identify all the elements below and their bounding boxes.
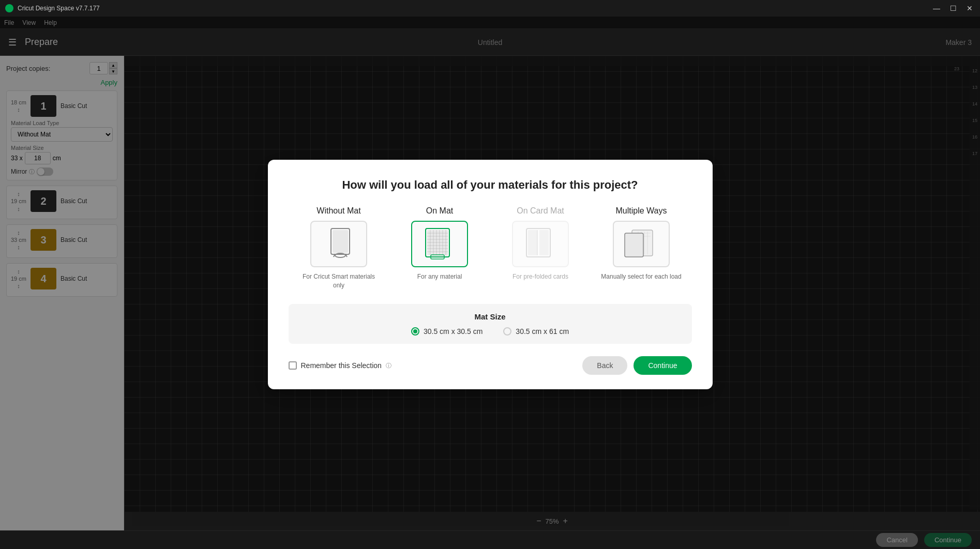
mat-size-option-1[interactable]: 30.5 cm x 30.5 cm xyxy=(411,327,483,335)
mat-size-label-1: 30.5 cm x 30.5 cm xyxy=(424,327,483,335)
modal-option-on-card-mat[interactable]: On Card Mat For pre-folded cards xyxy=(499,206,582,290)
radio-1[interactable] xyxy=(411,327,419,335)
on-mat-label: On Mat xyxy=(426,206,453,216)
on-card-mat-desc: For pre-folded cards xyxy=(512,272,568,281)
svg-rect-23 xyxy=(539,230,549,255)
titlebar-logo: Cricut Design Space v7.7.177 xyxy=(5,4,100,12)
titlebar-title: Cricut Design Space v7.7.177 xyxy=(18,5,100,12)
radio-2[interactable] xyxy=(503,327,511,335)
without-mat-desc: For Cricut Smart materials only xyxy=(297,272,380,290)
modal-footer: Remember this Selection ⓘ Back Continue xyxy=(289,356,692,375)
multiple-ways-image[interactable] xyxy=(613,221,670,267)
on-card-mat-label: On Card Mat xyxy=(517,206,564,216)
multiple-ways-desc: Manually select for each load xyxy=(601,272,681,281)
without-mat-label: Without Mat xyxy=(316,206,360,216)
titlebar: Cricut Design Space v7.7.177 — ☐ ✕ xyxy=(0,0,980,17)
window-controls: — ☐ ✕ xyxy=(931,4,975,12)
remember-info-icon: ⓘ xyxy=(386,362,391,370)
without-mat-svg xyxy=(323,226,354,262)
mat-size-option-2[interactable]: 30.5 cm x 61 cm xyxy=(503,327,569,335)
on-card-mat-svg xyxy=(522,226,559,262)
multiple-ways-svg xyxy=(621,226,662,262)
remember-label: Remember this Selection xyxy=(301,361,382,370)
app-icon xyxy=(5,4,13,12)
multiple-ways-label: Multiple Ways xyxy=(616,206,667,216)
on-mat-desc: For any material xyxy=(417,272,462,281)
minimize-button[interactable]: — xyxy=(931,4,942,12)
on-mat-svg xyxy=(421,226,458,262)
remember-section: Remember this Selection ⓘ xyxy=(289,361,391,370)
mat-size-options: 30.5 cm x 30.5 cm 30.5 cm x 61 cm xyxy=(301,327,680,335)
radio-inner-1 xyxy=(413,329,417,333)
modal-option-multiple-ways[interactable]: Multiple Ways xyxy=(600,206,683,290)
mat-size-title: Mat Size xyxy=(301,312,680,321)
svg-rect-22 xyxy=(528,230,537,255)
on-mat-image[interactable] xyxy=(411,221,468,267)
mat-size-section: Mat Size 30.5 cm x 30.5 cm 30.5 cm x 61 … xyxy=(289,304,692,344)
close-button[interactable]: ✕ xyxy=(964,4,975,12)
continue-button[interactable]: Continue xyxy=(634,356,691,375)
mat-size-label-2: 30.5 cm x 61 cm xyxy=(516,327,569,335)
without-mat-image[interactable] xyxy=(310,221,367,267)
back-button[interactable]: Back xyxy=(582,356,627,375)
modal-title: How will you load all of your materials … xyxy=(289,178,692,192)
svg-rect-1 xyxy=(333,230,348,253)
modal-option-without-mat[interactable]: Without Mat For Cricut Smart materials o… xyxy=(297,206,380,290)
modal-overlay: How will you load all of your materials … xyxy=(0,0,980,549)
modal: How will you load all of your materials … xyxy=(268,160,713,390)
modal-option-on-mat[interactable]: On Mat xyxy=(398,206,481,290)
on-card-mat-image[interactable] xyxy=(512,221,569,267)
svg-rect-32 xyxy=(625,233,643,257)
maximize-button[interactable]: ☐ xyxy=(948,4,958,12)
remember-checkbox[interactable] xyxy=(289,361,297,370)
modal-options: Without Mat For Cricut Smart materials o… xyxy=(289,206,692,290)
modal-buttons: Back Continue xyxy=(582,356,691,375)
